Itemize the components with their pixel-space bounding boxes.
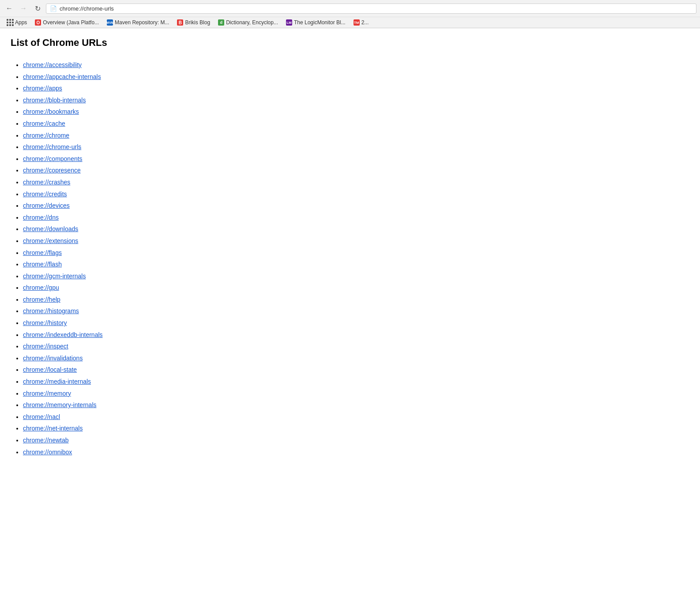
chrome-url-link[interactable]: chrome://flags: [23, 249, 62, 256]
tm-icon: TM: [354, 19, 360, 26]
chrome-url-link[interactable]: chrome://downloads: [23, 225, 78, 232]
chrome-url-link[interactable]: chrome://omnibox: [23, 449, 72, 456]
chrome-url-link[interactable]: chrome://net-internals: [23, 425, 83, 432]
chrome-url-link[interactable]: chrome://indexeddb-internals: [23, 331, 103, 338]
chrome-url-link[interactable]: chrome://bookmarks: [23, 108, 79, 115]
chrome-url-link[interactable]: chrome://local-state: [23, 366, 77, 373]
address-bar[interactable]: 📄 chrome://chrome-urls: [46, 4, 696, 14]
chrome-url-link[interactable]: chrome://inspect: [23, 343, 68, 350]
chrome-url-link[interactable]: chrome://components: [23, 155, 83, 162]
browser-chrome: ← → ↻ 📄 chrome://chrome-urls Apps O Over…: [0, 0, 700, 28]
chrome-url-link[interactable]: chrome://dns: [23, 214, 59, 221]
bookmark-apps[interactable]: Apps: [4, 19, 30, 26]
chrome-url-link[interactable]: chrome://crashes: [23, 179, 70, 186]
bookmark-lm-label: The LogicMonitor Bl...: [294, 19, 346, 26]
chrome-url-link[interactable]: chrome://flash: [23, 261, 62, 268]
chrome-url-link[interactable]: chrome://gcm-internals: [23, 273, 86, 280]
chrome-url-list: chrome://accessibilitychrome://appcache-…: [11, 59, 387, 458]
chrome-url-link[interactable]: chrome://accessibility: [23, 61, 82, 68]
dict-icon: d: [218, 19, 224, 26]
bookmark-blogger[interactable]: B Brikis Blog: [173, 19, 214, 26]
chrome-url-link[interactable]: chrome://gpu: [23, 284, 59, 291]
bookmarks-bar: Apps O Overview (Java Platfo... MVN Mave…: [0, 17, 700, 28]
page-content: List of Chrome URLs chrome://accessibili…: [0, 28, 397, 467]
blogger-icon: B: [177, 19, 183, 26]
chrome-url-link[interactable]: chrome://invalidations: [23, 355, 83, 362]
chrome-url-link[interactable]: chrome://memory-internals: [23, 401, 97, 408]
maven-icon: MVN: [107, 19, 113, 26]
bookmark-tm[interactable]: TM 2...: [350, 19, 373, 26]
chrome-url-link[interactable]: chrome://history: [23, 319, 67, 326]
bookmark-blogger-label: Brikis Blog: [185, 19, 210, 26]
reload-button[interactable]: ↻: [32, 3, 43, 14]
chrome-url-link[interactable]: chrome://chrome-urls: [23, 143, 81, 150]
bookmark-java-label: Overview (Java Platfo...: [43, 19, 99, 26]
chrome-url-link[interactable]: chrome://extensions: [23, 237, 78, 244]
chrome-url-link[interactable]: chrome://help: [23, 296, 60, 303]
chrome-url-link[interactable]: chrome://devices: [23, 202, 70, 209]
chrome-url-link[interactable]: chrome://appcache-internals: [23, 73, 101, 80]
chrome-url-link[interactable]: chrome://chrome: [23, 132, 69, 139]
bookmark-dict-label: Dictionary, Encyclop...: [226, 19, 278, 26]
apps-grid-icon: [7, 19, 13, 26]
url-text: chrome://chrome-urls: [60, 5, 692, 12]
page-icon: 📄: [50, 5, 57, 12]
java-icon: O: [35, 19, 41, 26]
bookmark-maven[interactable]: MVN Maven Repository: M...: [103, 19, 173, 26]
bookmark-java[interactable]: O Overview (Java Platfo...: [31, 19, 102, 26]
bookmark-tm-label: 2...: [361, 19, 369, 26]
chrome-url-link[interactable]: chrome://histograms: [23, 307, 79, 314]
chrome-url-link[interactable]: chrome://nacl: [23, 413, 60, 420]
bookmark-maven-label: Maven Repository: M...: [115, 19, 169, 26]
nav-bar: ← → ↻ 📄 chrome://chrome-urls: [0, 0, 700, 17]
chrome-url-link[interactable]: chrome://media-internals: [23, 378, 91, 385]
page-title: List of Chrome URLs: [11, 37, 387, 49]
back-button[interactable]: ←: [4, 3, 15, 14]
bookmark-lm[interactable]: LM The LogicMonitor Bl...: [282, 19, 349, 26]
forward-button[interactable]: →: [18, 3, 29, 14]
chrome-url-link[interactable]: chrome://credits: [23, 191, 67, 198]
bookmark-apps-label: Apps: [15, 19, 27, 26]
chrome-url-link[interactable]: chrome://cache: [23, 120, 65, 127]
lm-icon: LM: [286, 19, 292, 26]
bookmark-dict[interactable]: d Dictionary, Encyclop...: [215, 19, 282, 26]
chrome-url-link[interactable]: chrome://blob-internals: [23, 97, 86, 104]
chrome-url-link[interactable]: chrome://copresence: [23, 167, 81, 174]
chrome-url-link[interactable]: chrome://apps: [23, 85, 62, 92]
chrome-url-link[interactable]: chrome://memory: [23, 390, 71, 397]
chrome-url-link[interactable]: chrome://newtab: [23, 437, 69, 444]
